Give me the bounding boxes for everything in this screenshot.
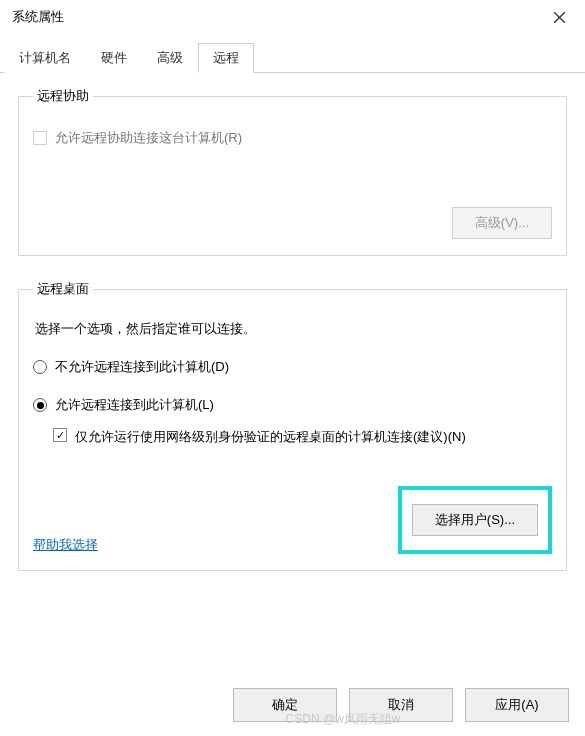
radio-disallow-label: 不允许远程连接到此计算机(D)	[55, 358, 229, 376]
close-button[interactable]	[545, 6, 573, 28]
nla-checkbox[interactable]	[53, 428, 67, 442]
highlight-annotation: 选择用户(S)...	[398, 486, 552, 554]
tabs-row: 计算机名 硬件 高级 远程	[0, 42, 585, 73]
ok-button[interactable]: 确定	[233, 688, 337, 722]
allow-remote-assistance-row[interactable]: 允许远程协助连接这台计算机(R)	[33, 129, 552, 147]
cancel-button[interactable]: 取消	[349, 688, 453, 722]
radio-allow-label: 允许远程连接到此计算机(L)	[55, 396, 214, 414]
nla-checkbox-row[interactable]: 仅允许运行使用网络级别身份验证的远程桌面的计算机连接(建议)(N)	[53, 428, 552, 446]
remote-desktop-group: 远程桌面 选择一个选项，然后指定谁可以连接。 不允许远程连接到此计算机(D) 允…	[18, 280, 567, 571]
title-bar: 系统属性	[0, 0, 585, 32]
remote-desktop-legend: 远程桌面	[33, 280, 93, 298]
tab-advanced[interactable]: 高级	[142, 43, 198, 73]
nla-checkbox-label: 仅允许运行使用网络级别身份验证的远程桌面的计算机连接(建议)(N)	[75, 428, 466, 446]
tab-content: 远程协助 允许远程协助连接这台计算机(R) 高级(V)... 远程桌面 选择一个…	[0, 73, 585, 605]
close-icon	[554, 12, 565, 23]
apply-button[interactable]: 应用(A)	[465, 688, 569, 722]
remote-assistance-legend: 远程协助	[33, 87, 93, 105]
remote-assistance-advanced-button: 高级(V)...	[452, 207, 552, 239]
tab-hardware[interactable]: 硬件	[86, 43, 142, 73]
tab-computer-name[interactable]: 计算机名	[4, 43, 86, 73]
radio-allow[interactable]	[33, 398, 47, 412]
remote-desktop-instruction: 选择一个选项，然后指定谁可以连接。	[35, 320, 552, 338]
window-title: 系统属性	[12, 8, 64, 26]
radio-disallow[interactable]	[33, 360, 47, 374]
allow-remote-assistance-label: 允许远程协助连接这台计算机(R)	[55, 129, 242, 147]
select-users-button[interactable]: 选择用户(S)...	[412, 504, 538, 536]
dialog-button-row: 确定 取消 应用(A)	[233, 688, 569, 722]
allow-remote-assistance-checkbox[interactable]	[33, 131, 47, 145]
help-link[interactable]: 帮助我选择	[33, 536, 98, 554]
remote-assistance-group: 远程协助 允许远程协助连接这台计算机(R) 高级(V)...	[18, 87, 567, 256]
radio-allow-row[interactable]: 允许远程连接到此计算机(L)	[33, 396, 552, 414]
radio-disallow-row[interactable]: 不允许远程连接到此计算机(D)	[33, 358, 552, 376]
tab-remote[interactable]: 远程	[198, 43, 254, 73]
